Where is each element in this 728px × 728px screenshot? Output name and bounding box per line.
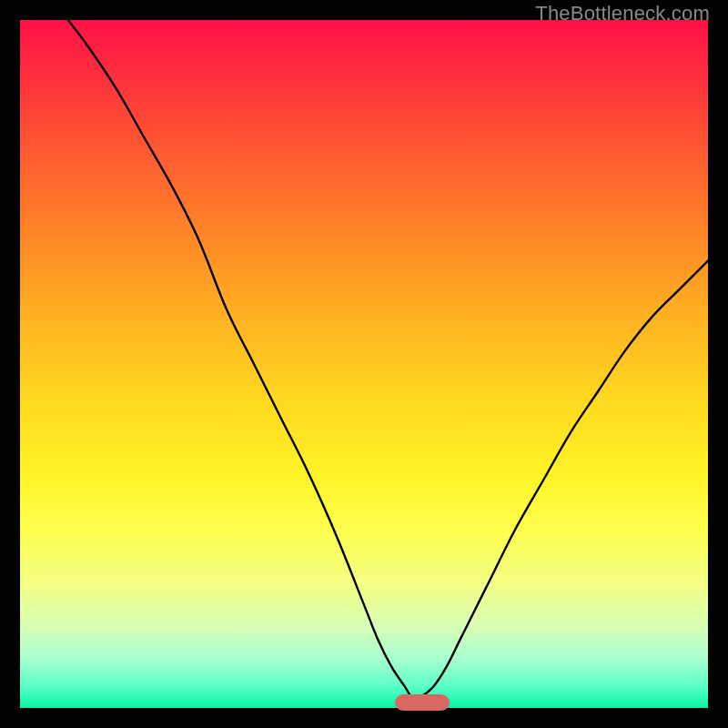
plot-area bbox=[20, 20, 708, 708]
chart-container: TheBottleneck.com bbox=[0, 0, 728, 728]
optimal-marker bbox=[395, 694, 450, 711]
watermark-text: TheBottleneck.com bbox=[535, 2, 710, 25]
